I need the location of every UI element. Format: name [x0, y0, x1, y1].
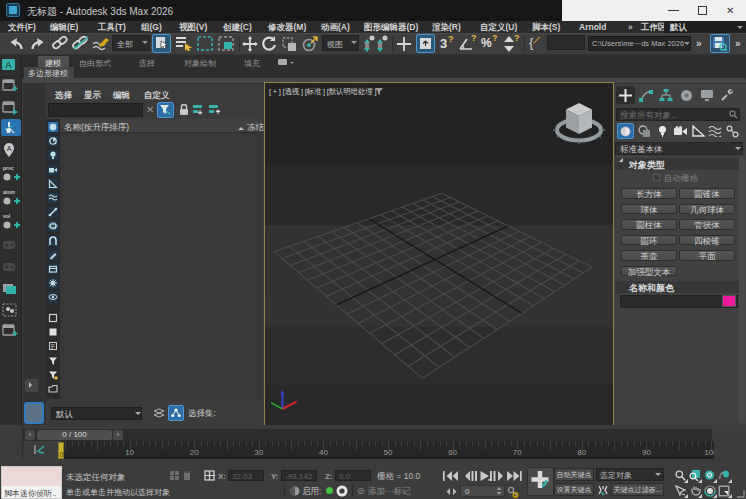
svg-text:vol: vol	[3, 213, 11, 219]
svg-text:F: F	[51, 343, 55, 350]
svg-text:A: A	[7, 145, 12, 152]
svg-text:proc: proc	[3, 165, 14, 171]
svg-text:A: A	[5, 60, 11, 70]
svg-text:atom: atom	[3, 189, 16, 195]
